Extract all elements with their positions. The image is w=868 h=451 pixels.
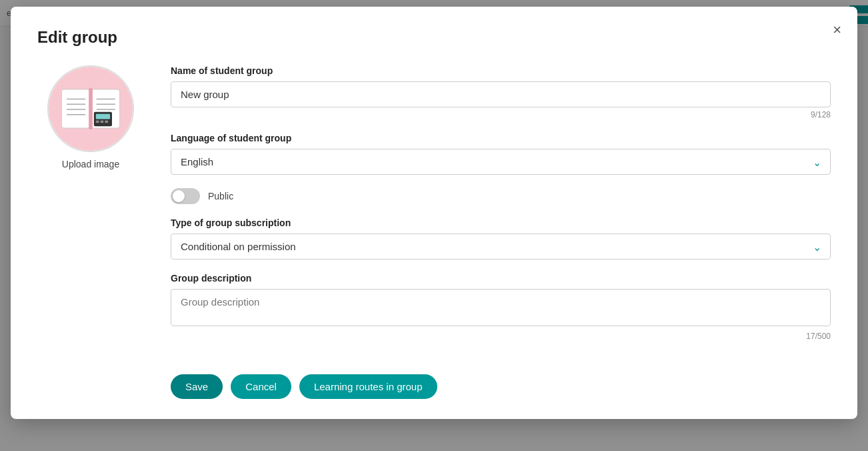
svg-rect-15 — [89, 88, 93, 129]
close-button[interactable]: × — [830, 20, 844, 40]
svg-rect-11 — [96, 114, 110, 119]
avatar[interactable] — [47, 65, 134, 152]
save-button[interactable]: Save — [171, 374, 223, 399]
subscription-select[interactable]: Conditional on permission Open subscript… — [171, 234, 831, 260]
language-field-group: Language of student group English Hungar… — [171, 133, 831, 175]
modal-body: Upload image Name of student group 9/128… — [37, 65, 831, 354]
description-char-count: 17/500 — [171, 332, 831, 341]
subscription-select-wrapper: Conditional on permission Open subscript… — [171, 234, 831, 260]
form-section: Name of student group 9/128 Language of … — [171, 65, 831, 354]
language-select[interactable]: English Hungarian German French Spanish — [171, 149, 831, 175]
modal-title: Edit group — [37, 28, 831, 47]
subscription-field-group: Type of group subscription Conditional o… — [171, 217, 831, 260]
modal-footer: Save Cancel Learning routes in group — [37, 374, 831, 399]
svg-rect-1 — [61, 89, 90, 128]
name-char-count: 9/128 — [171, 110, 831, 119]
description-field-group: Group description 17/500 — [171, 273, 831, 341]
name-field-group: Name of student group 9/128 — [171, 65, 831, 119]
description-label: Group description — [171, 273, 831, 284]
public-toggle-row: Public — [171, 188, 831, 204]
svg-rect-14 — [105, 120, 108, 123]
language-select-wrapper: English Hungarian German French Spanish … — [171, 149, 831, 175]
name-input[interactable] — [171, 81, 831, 107]
edit-group-modal: × Edit group — [11, 7, 857, 419]
image-section: Upload image — [37, 65, 144, 169]
language-label: Language of student group — [171, 133, 831, 143]
public-label: Public — [208, 191, 233, 201]
toggle-slider — [171, 188, 200, 204]
cancel-button[interactable]: Cancel — [231, 374, 291, 399]
description-textarea[interactable] — [171, 289, 831, 326]
svg-rect-13 — [101, 120, 104, 123]
learning-routes-button[interactable]: Learning routes in group — [299, 374, 437, 399]
upload-image-label[interactable]: Upload image — [62, 159, 119, 169]
public-toggle[interactable] — [171, 188, 200, 204]
modal-overlay: × Edit group — [0, 0, 868, 451]
svg-rect-12 — [96, 120, 99, 123]
name-label: Name of student group — [171, 65, 831, 76]
subscription-label: Type of group subscription — [171, 217, 831, 228]
